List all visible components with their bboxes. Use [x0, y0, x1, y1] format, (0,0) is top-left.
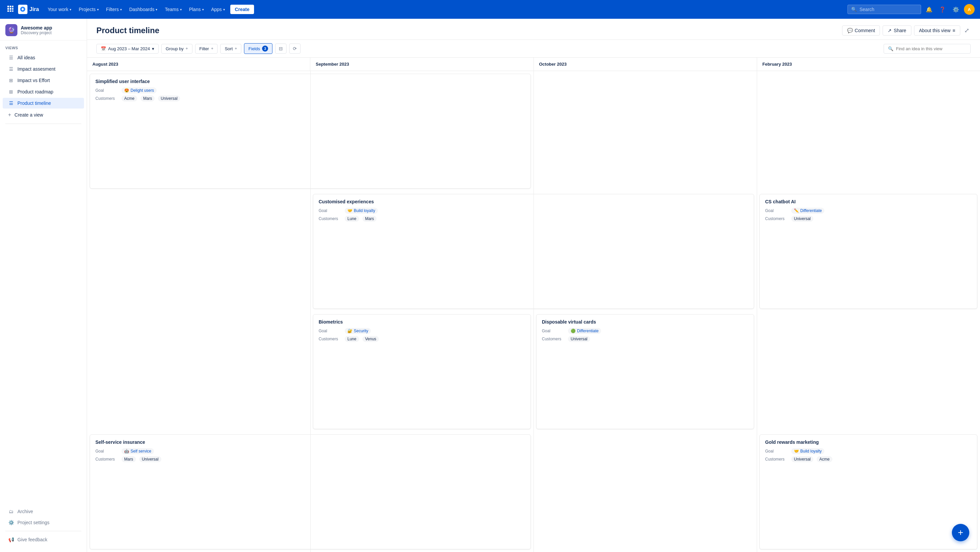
group-by-button[interactable]: Group by + — [161, 44, 192, 54]
date-range-button[interactable]: 📅 Aug 2023 – Mar 2024 ▾ — [96, 44, 159, 54]
filter-button[interactable]: Filter + — [195, 44, 218, 54]
project-icon: 🔮 — [5, 24, 18, 36]
expand-button[interactable]: ⤢ — [963, 26, 970, 35]
chevron-down-icon: ▾ — [223, 8, 225, 11]
header-actions: 💬 Comment ↗ Share About this view ≡ ⤢ — [842, 26, 970, 35]
search-view-input[interactable] — [896, 46, 966, 51]
goal-emoji: 🟢 — [571, 329, 576, 333]
nav-your-work[interactable]: Your work ▾ — [44, 5, 75, 14]
notifications-icon[interactable]: 🔔 — [924, 4, 934, 15]
lines-icon: ≡ — [953, 28, 955, 33]
month-headers: August 2023 September 2023 October 2023 … — [87, 57, 980, 71]
customer-tag: Venus — [363, 336, 379, 342]
card-title: Customised experiences — [319, 199, 748, 204]
nav-teams[interactable]: Teams ▾ — [161, 5, 185, 14]
project-header[interactable]: 🔮 Awesome app Discovery project — [0, 19, 87, 40]
settings-icon[interactable]: ⚙️ — [951, 4, 961, 15]
sidebar-item-product-timeline[interactable]: ☰ Product timeline — [3, 98, 84, 108]
list-icon: ☰ — [8, 66, 14, 72]
nav-projects[interactable]: Projects ▾ — [75, 5, 102, 14]
card-title: Disposable virtual cards — [542, 319, 748, 325]
chevron-down-icon: ▾ — [152, 46, 154, 51]
card-customers-field: Customers Acme Mars Universal — [95, 96, 525, 102]
nav-items: Your work ▾ Projects ▾ Filters ▾ Dashboa… — [44, 5, 845, 14]
grid-icon[interactable] — [5, 4, 15, 15]
project-subtitle: Discovery project — [21, 30, 52, 35]
search-input[interactable] — [859, 7, 917, 12]
card-goal-field: Goal ✏️ Differentiate — [765, 208, 972, 214]
fab-add-button[interactable]: + — [952, 524, 969, 541]
svg-rect-7 — [10, 10, 11, 12]
sidebar-bottom: 🗂 Archive ⚙️ Project settings — [0, 506, 87, 528]
svg-rect-2 — [12, 6, 13, 7]
sidebar-divider — [5, 124, 81, 124]
auto-schedule-icon[interactable]: ⟳ — [289, 43, 301, 54]
jira-logo[interactable]: Jira — [18, 5, 39, 14]
customer-tag: Universal — [791, 456, 813, 462]
customer-tag: Universal — [158, 96, 180, 102]
plus-icon: + — [186, 46, 188, 51]
idea-card-customised-experiences[interactable]: Customised experiences Goal 🤝 Build loya… — [313, 194, 754, 309]
goal-tag: 🤖 Self service — [121, 448, 154, 454]
sidebar-item-create-view[interactable]: + Create a view — [3, 109, 84, 121]
fields-button[interactable]: Fields 3 — [244, 43, 272, 54]
global-search-box[interactable]: 🔍 — [848, 5, 921, 14]
search-icon: 🔍 — [851, 7, 857, 12]
sidebar-item-product-roadmap[interactable]: ⊞ Product roadmap — [3, 86, 84, 97]
nav-apps[interactable]: Apps ▾ — [208, 5, 228, 14]
share-icon: ↗ — [888, 28, 892, 33]
card-goal-field: Goal 🤝 Build loyalty — [765, 448, 972, 454]
empty-cell — [533, 432, 757, 552]
share-button[interactable]: ↗ Share — [883, 26, 911, 35]
customer-tag: Universal — [791, 216, 813, 222]
sidebar-item-give-feedback[interactable]: 📢 Give feedback — [3, 534, 84, 545]
chevron-down-icon: ▾ — [156, 8, 157, 11]
plus-icon: + — [235, 46, 237, 51]
chevron-down-icon: ▾ — [120, 8, 122, 11]
gear-icon: ⚙️ — [8, 520, 14, 525]
svg-rect-6 — [7, 10, 9, 12]
grid-icon: ⊞ — [8, 89, 14, 94]
plus-icon: + — [8, 112, 11, 118]
customer-tag: Mars — [141, 96, 155, 102]
nav-dashboards[interactable]: Dashboards ▾ — [126, 5, 161, 14]
page-title: Product timeline — [96, 26, 159, 35]
about-view-button[interactable]: About this view ≡ — [914, 26, 960, 35]
idea-card-biometrics[interactable]: Biometrics Goal 🔐 Security Customers Lun… — [313, 314, 531, 429]
search-view-box[interactable]: 🔍 — [884, 44, 970, 54]
empty-cell — [757, 71, 980, 191]
create-button[interactable]: Create — [230, 5, 255, 14]
comment-button[interactable]: 💬 Comment — [842, 26, 880, 35]
timeline-grid: Simplified user interface Goal 😍 Delight… — [87, 71, 980, 552]
idea-card-self-service-insurance[interactable]: Self-service insurance Goal 🤖 Self servi… — [90, 434, 531, 549]
idea-card-disposable-virtual-cards[interactable]: Disposable virtual cards Goal 🟢 Differen… — [536, 314, 754, 429]
sidebar-item-project-settings[interactable]: ⚙️ Project settings — [3, 517, 84, 528]
customer-tag: Mars — [121, 456, 136, 462]
empty-cell — [533, 71, 757, 191]
view-options-icon[interactable]: ⊟ — [275, 43, 286, 54]
goal-emoji: 🤝 — [794, 449, 799, 453]
sidebar-item-archive[interactable]: 🗂 Archive — [3, 506, 84, 517]
card-title: Simplified user interface — [95, 79, 525, 84]
avatar[interactable]: A — [964, 4, 975, 15]
month-col-feb: February 2023 — [757, 57, 980, 71]
idea-card-simplified-ui[interactable]: Simplified user interface Goal 😍 Delight… — [90, 74, 531, 188]
idea-card-cs-chatbot-ai[interactable]: CS chatbot AI Goal ✏️ Differentiate Cust… — [759, 194, 977, 309]
views-section-label: VIEWS — [0, 40, 87, 52]
sidebar-item-impact-vs-effort[interactable]: ⊞ Impact vs Effort — [3, 75, 84, 86]
chevron-down-icon: ▾ — [180, 8, 182, 11]
sort-button[interactable]: Sort + — [220, 44, 241, 54]
month-col-aug: August 2023 — [87, 57, 310, 71]
sidebar-item-impact-assesment[interactable]: ☰ Impact assesment — [3, 64, 84, 74]
customer-tag: Universal — [139, 456, 161, 462]
plus-icon: + — [211, 46, 213, 51]
help-icon[interactable]: ❓ — [937, 4, 948, 15]
goal-tag: 🟢 Differentiate — [568, 328, 601, 334]
customer-tag: Acme — [121, 96, 137, 102]
card-customers-field: Customers Universal — [542, 336, 748, 342]
nav-filters[interactable]: Filters ▾ — [103, 5, 125, 14]
idea-card-gold-rewards-marketing[interactable]: Gold rewards marketing Goal 🤝 Build loya… — [759, 434, 977, 549]
sidebar-item-all-ideas[interactable]: ☰ All ideas — [3, 52, 84, 63]
month-col-oct: October 2023 — [534, 57, 757, 71]
nav-plans[interactable]: Plans ▾ — [186, 5, 207, 14]
